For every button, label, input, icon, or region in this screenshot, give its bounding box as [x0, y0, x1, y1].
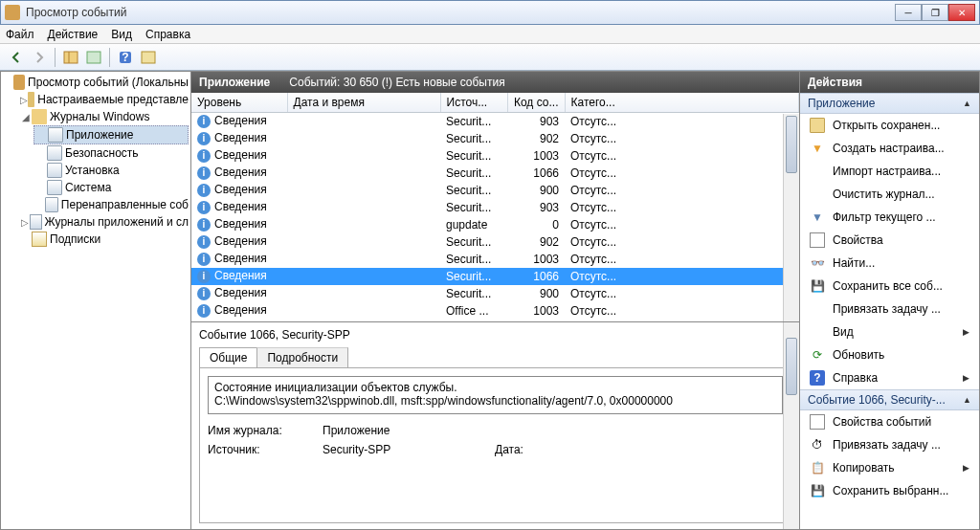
- tree-log-application[interactable]: Приложение: [33, 125, 189, 144]
- menu-file[interactable]: Файл: [6, 28, 34, 41]
- detail-scrollbar[interactable]: [783, 322, 799, 529]
- separator: [109, 48, 110, 67]
- action-attach-task[interactable]: Привязать задачу ...: [800, 298, 979, 320]
- center-count: Событий: 30 650 (!) Есть новые события: [289, 76, 504, 89]
- view-icon: [810, 324, 825, 340]
- tree-subscriptions[interactable]: Подписки: [18, 231, 189, 248]
- detail-description: Состояние инициализации объектов службы.…: [208, 376, 783, 414]
- action-clear-log[interactable]: Очистить журнал...: [800, 183, 979, 206]
- action-copy[interactable]: 📋Копировать▶: [800, 456, 979, 479]
- action-open-saved[interactable]: Открыть сохранен...: [800, 114, 979, 137]
- action-properties[interactable]: Свойства: [800, 229, 979, 252]
- action-event-properties[interactable]: Свойства событий: [800, 410, 979, 433]
- event-row[interactable]: iСведенияSecurit...900Отсутс...: [191, 182, 799, 199]
- actions-group-app[interactable]: Приложение▲: [800, 93, 979, 114]
- event-row[interactable]: iСведенияSecurit...1003Отсутс...: [191, 147, 799, 165]
- info-icon: i: [197, 304, 211, 318]
- info-icon: i: [197, 287, 211, 300]
- event-row[interactable]: iСведенияSecurit...1066Отсутс...: [191, 268, 799, 285]
- tree-root-label: Просмотр событий (Локальны: [28, 76, 189, 89]
- menu-action[interactable]: Действие: [48, 28, 99, 41]
- tree-log-setup[interactable]: Установка: [33, 162, 189, 179]
- detail-line2: C:\Windows\system32\sppwinob.dll, msft:s…: [214, 394, 776, 408]
- separator: [55, 48, 56, 67]
- titlebar: Просмотр событий ─ ❐ ✕: [0, 0, 980, 25]
- tree-app-services-logs[interactable]: ▷Журналы приложений и сл: [18, 213, 189, 231]
- col-source[interactable]: Источ...: [440, 93, 507, 113]
- col-level[interactable]: Уровень: [191, 93, 287, 113]
- event-row[interactable]: iСведенияSecurit...903Отсутс...: [191, 199, 799, 216]
- action-view[interactable]: Вид▶: [800, 320, 979, 343]
- actions-group-event[interactable]: Событие 1066, Security-...▲: [800, 389, 979, 410]
- event-row[interactable]: iСведенияSecurit...902Отсутс...: [191, 233, 799, 251]
- menu-view[interactable]: Вид: [111, 28, 132, 41]
- tab-general[interactable]: Общие: [199, 347, 257, 367]
- close-button[interactable]: ✕: [948, 4, 975, 21]
- refresh-icon: ⟳: [810, 347, 825, 363]
- event-scrollbar[interactable]: [783, 114, 799, 321]
- event-row[interactable]: iСведенияSecurit...1003Отсутс...: [191, 251, 799, 268]
- tree-label: Настраиваемые представле: [37, 93, 189, 106]
- svg-rect-0: [64, 52, 78, 63]
- source-value: Security-SPP: [323, 443, 495, 456]
- copy-icon: 📋: [810, 460, 825, 475]
- help-button[interactable]: ?: [115, 47, 136, 68]
- actions-panel: Действия Приложение▲ Открыть сохранен...…: [800, 71, 980, 530]
- minimize-button[interactable]: ─: [895, 4, 922, 21]
- back-button[interactable]: [6, 47, 27, 68]
- info-icon: i: [197, 218, 211, 232]
- refresh-button[interactable]: [138, 47, 159, 68]
- action-save-all[interactable]: 💾Сохранить все соб...: [800, 275, 979, 298]
- center-title: Приложение: [199, 76, 270, 89]
- action-refresh[interactable]: ⟳Обновить: [800, 343, 979, 366]
- tree-custom-views[interactable]: ▷Настраиваемые представле: [18, 91, 189, 108]
- app-icon: [5, 5, 20, 20]
- tree-label: Система: [65, 181, 111, 194]
- options-button[interactable]: [83, 47, 104, 68]
- col-category[interactable]: Катего...: [565, 93, 799, 113]
- menu-help[interactable]: Справка: [145, 28, 190, 41]
- tab-details[interactable]: Подробности: [256, 347, 348, 367]
- show-tree-button[interactable]: [60, 47, 81, 68]
- info-icon: i: [197, 253, 211, 266]
- properties-icon: [810, 232, 825, 248]
- find-icon: 👓: [810, 255, 825, 271]
- toolbar: ?: [0, 44, 980, 71]
- filter-icon: ▼: [810, 210, 825, 225]
- col-code[interactable]: Код со...: [507, 93, 565, 113]
- info-icon: i: [197, 132, 211, 145]
- action-import-custom[interactable]: Импорт настраива...: [800, 160, 979, 183]
- maximize-button[interactable]: ❐: [922, 4, 948, 21]
- tree-log-security[interactable]: Безопасность: [33, 144, 189, 162]
- tree-label: Приложение: [66, 128, 133, 142]
- tree-log-forwarded[interactable]: Перенаправленные соб: [33, 196, 189, 213]
- tree-root[interactable]: Просмотр событий (Локальны: [3, 74, 189, 91]
- col-datetime[interactable]: Дата и время: [287, 93, 440, 113]
- event-row[interactable]: iСведенияSecurit...902Отсутс...: [191, 130, 799, 147]
- tree-windows-logs[interactable]: ◢Журналы Windows: [18, 108, 189, 125]
- actions-title: Действия: [800, 72, 979, 93]
- event-row[interactable]: iСведенияSecurit...900Отсутс...: [191, 285, 799, 302]
- forward-button[interactable]: [29, 47, 50, 68]
- action-help[interactable]: ?Справка▶: [800, 366, 979, 389]
- event-row[interactable]: iСведенияSecurit...903Отсутс...: [191, 113, 799, 130]
- window-title: Просмотр событий: [26, 6, 895, 19]
- tree-log-system[interactable]: Система: [33, 179, 189, 196]
- info-icon: i: [197, 115, 211, 128]
- task-icon: ⏱: [810, 437, 825, 453]
- event-row[interactable]: iСведенияgupdate0Отсутс...: [191, 216, 799, 233]
- action-save-selected[interactable]: 💾Сохранить выбранн...: [800, 479, 979, 502]
- action-filter-current[interactable]: ▼Фильтр текущего ...: [800, 206, 979, 229]
- event-row[interactable]: iСведенияOffice ...1003Отсутс...: [191, 302, 799, 320]
- event-list: Уровень Дата и время Источ... Код со... …: [191, 93, 799, 322]
- info-icon: i: [197, 149, 211, 163]
- action-find[interactable]: 👓Найти...: [800, 252, 979, 275]
- chevron-right-icon: ▶: [963, 463, 969, 473]
- clear-icon: [810, 187, 825, 202]
- info-icon: i: [197, 270, 211, 283]
- action-event-attach-task[interactable]: ⏱Привязать задачу ...: [800, 433, 979, 456]
- action-create-custom[interactable]: ▼Создать настраива...: [800, 137, 979, 160]
- event-row[interactable]: iСведенияSecurit...1066Отсутс...: [191, 165, 799, 182]
- detail-pane: Событие 1066, Security-SPP × Общие Подро…: [191, 322, 799, 529]
- collapse-icon: ▲: [963, 395, 971, 405]
